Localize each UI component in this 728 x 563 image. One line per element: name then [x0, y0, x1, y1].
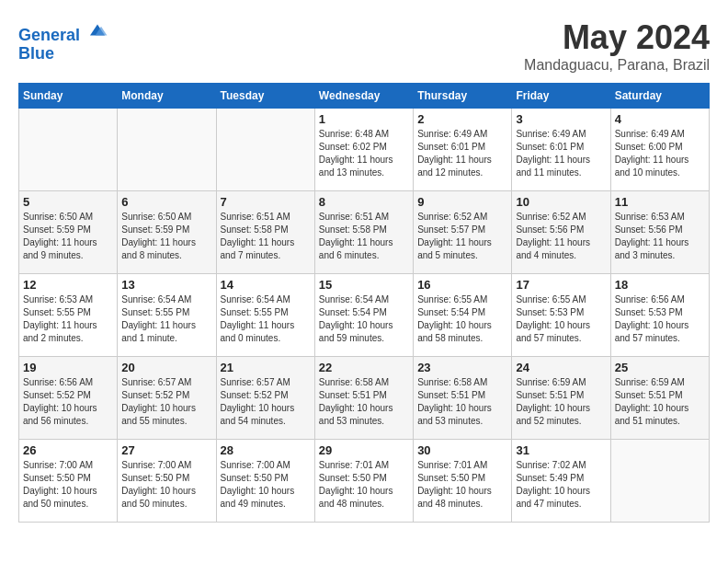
calendar-cell: 8Sunrise: 6:51 AMSunset: 5:58 PMDaylight…	[314, 191, 413, 274]
day-info: Sunrise: 6:54 AMSunset: 5:55 PMDaylight:…	[221, 293, 311, 345]
page-header: General Blue May 2024 Mandaguacu, Parana…	[18, 18, 710, 74]
day-info: Sunrise: 6:52 AMSunset: 5:56 PMDaylight:…	[516, 211, 606, 262]
week-row-1: 1Sunrise: 6:48 AMSunset: 6:02 PMDaylight…	[19, 109, 710, 191]
day-number: 26	[23, 443, 113, 457]
logo-blue: Blue	[18, 45, 108, 63]
day-info: Sunrise: 6:59 AMSunset: 5:51 PMDaylight:…	[615, 376, 705, 428]
day-number: 16	[417, 278, 507, 292]
day-number: 25	[615, 361, 705, 374]
day-info: Sunrise: 7:00 AMSunset: 5:50 PMDaylight:…	[121, 459, 211, 511]
day-number: 1	[319, 112, 409, 126]
weekday-tuesday: Tuesday	[216, 84, 314, 109]
calendar-cell: 13Sunrise: 6:54 AMSunset: 5:55 PMDayligh…	[118, 274, 216, 357]
day-number: 29	[319, 443, 409, 457]
day-info: Sunrise: 6:49 AMSunset: 6:01 PMDaylight:…	[417, 128, 507, 179]
weekday-saturday: Saturday	[610, 84, 709, 109]
calendar-cell: 21Sunrise: 6:57 AMSunset: 5:52 PMDayligh…	[216, 357, 314, 440]
calendar-cell: 28Sunrise: 7:00 AMSunset: 5:50 PMDayligh…	[216, 440, 314, 523]
logo-icon	[86, 18, 108, 40]
day-number: 28	[221, 443, 311, 457]
day-number: 22	[319, 361, 409, 374]
day-number: 31	[516, 443, 606, 457]
calendar-cell: 31Sunrise: 7:02 AMSunset: 5:49 PMDayligh…	[512, 440, 610, 523]
day-number: 9	[417, 195, 507, 209]
day-info: Sunrise: 7:01 AMSunset: 5:50 PMDaylight:…	[319, 459, 409, 511]
calendar-cell: 3Sunrise: 6:49 AMSunset: 6:01 PMDaylight…	[512, 109, 610, 191]
calendar-cell: 30Sunrise: 7:01 AMSunset: 5:50 PMDayligh…	[414, 440, 512, 523]
calendar-cell: 2Sunrise: 6:49 AMSunset: 6:01 PMDaylight…	[414, 109, 512, 191]
day-number: 30	[417, 443, 507, 457]
month-title: May 2024	[524, 18, 710, 57]
day-number: 18	[615, 278, 705, 292]
calendar-cell: 23Sunrise: 6:58 AMSunset: 5:51 PMDayligh…	[414, 357, 512, 440]
logo-text: General	[18, 18, 108, 45]
week-row-3: 12Sunrise: 6:53 AMSunset: 5:55 PMDayligh…	[19, 274, 710, 357]
calendar-cell: 27Sunrise: 7:00 AMSunset: 5:50 PMDayligh…	[118, 440, 216, 523]
day-number: 17	[516, 278, 606, 292]
day-info: Sunrise: 6:49 AMSunset: 6:00 PMDaylight:…	[615, 128, 705, 179]
day-info: Sunrise: 6:49 AMSunset: 6:01 PMDaylight:…	[516, 128, 606, 179]
day-number: 2	[417, 112, 507, 126]
calendar-cell: 9Sunrise: 6:52 AMSunset: 5:57 PMDaylight…	[414, 191, 512, 274]
day-info: Sunrise: 6:50 AMSunset: 5:59 PMDaylight:…	[121, 211, 211, 262]
day-info: Sunrise: 6:56 AMSunset: 5:53 PMDaylight:…	[615, 293, 705, 345]
calendar-cell: 6Sunrise: 6:50 AMSunset: 5:59 PMDaylight…	[118, 191, 216, 274]
day-number: 3	[516, 112, 606, 126]
day-info: Sunrise: 6:58 AMSunset: 5:51 PMDaylight:…	[319, 376, 409, 428]
calendar-body: 1Sunrise: 6:48 AMSunset: 6:02 PMDaylight…	[19, 109, 710, 523]
day-info: Sunrise: 6:51 AMSunset: 5:58 PMDaylight:…	[221, 211, 311, 262]
week-row-5: 26Sunrise: 7:00 AMSunset: 5:50 PMDayligh…	[19, 440, 710, 523]
weekday-row: SundayMondayTuesdayWednesdayThursdayFrid…	[19, 84, 710, 109]
day-number: 14	[221, 278, 311, 292]
weekday-wednesday: Wednesday	[314, 84, 413, 109]
day-info: Sunrise: 6:54 AMSunset: 5:54 PMDaylight:…	[319, 293, 409, 345]
day-info: Sunrise: 7:00 AMSunset: 5:50 PMDaylight:…	[23, 459, 113, 511]
day-info: Sunrise: 6:56 AMSunset: 5:52 PMDaylight:…	[23, 376, 113, 428]
weekday-friday: Friday	[512, 84, 610, 109]
day-number: 27	[121, 443, 211, 457]
week-row-2: 5Sunrise: 6:50 AMSunset: 5:59 PMDaylight…	[19, 191, 710, 274]
day-info: Sunrise: 6:55 AMSunset: 5:53 PMDaylight:…	[516, 293, 606, 345]
calendar-cell: 19Sunrise: 6:56 AMSunset: 5:52 PMDayligh…	[19, 357, 118, 440]
day-number: 13	[121, 278, 211, 292]
day-number: 5	[23, 195, 113, 209]
calendar-cell: 7Sunrise: 6:51 AMSunset: 5:58 PMDaylight…	[216, 191, 314, 274]
day-info: Sunrise: 6:52 AMSunset: 5:57 PMDaylight:…	[417, 211, 507, 262]
weekday-monday: Monday	[118, 84, 216, 109]
logo-general: General	[18, 26, 80, 44]
day-info: Sunrise: 7:02 AMSunset: 5:49 PMDaylight:…	[516, 459, 606, 511]
calendar-cell	[216, 109, 314, 191]
day-info: Sunrise: 6:54 AMSunset: 5:55 PMDaylight:…	[121, 293, 211, 345]
calendar-cell: 18Sunrise: 6:56 AMSunset: 5:53 PMDayligh…	[610, 274, 709, 357]
day-number: 4	[615, 112, 705, 126]
calendar-cell: 29Sunrise: 7:01 AMSunset: 5:50 PMDayligh…	[314, 440, 413, 523]
calendar-cell: 5Sunrise: 6:50 AMSunset: 5:59 PMDaylight…	[19, 191, 118, 274]
day-number: 24	[516, 361, 606, 374]
calendar-cell: 11Sunrise: 6:53 AMSunset: 5:56 PMDayligh…	[610, 191, 709, 274]
day-number: 12	[23, 278, 113, 292]
calendar-cell: 12Sunrise: 6:53 AMSunset: 5:55 PMDayligh…	[19, 274, 118, 357]
calendar-cell	[19, 109, 118, 191]
day-info: Sunrise: 6:55 AMSunset: 5:54 PMDaylight:…	[417, 293, 507, 345]
calendar-cell: 20Sunrise: 6:57 AMSunset: 5:52 PMDayligh…	[118, 357, 216, 440]
day-number: 20	[121, 361, 211, 374]
calendar-cell: 16Sunrise: 6:55 AMSunset: 5:54 PMDayligh…	[414, 274, 512, 357]
day-info: Sunrise: 6:58 AMSunset: 5:51 PMDaylight:…	[417, 376, 507, 428]
day-number: 19	[23, 361, 113, 374]
day-number: 6	[121, 195, 211, 209]
calendar-table: SundayMondayTuesdayWednesdayThursdayFrid…	[18, 83, 710, 523]
day-info: Sunrise: 6:57 AMSunset: 5:52 PMDaylight:…	[221, 376, 311, 428]
weekday-thursday: Thursday	[414, 84, 512, 109]
title-section: May 2024 Mandaguacu, Parana, Brazil	[524, 18, 710, 74]
day-number: 21	[221, 361, 311, 374]
calendar-cell: 26Sunrise: 7:00 AMSunset: 5:50 PMDayligh…	[19, 440, 118, 523]
calendar-cell	[118, 109, 216, 191]
calendar-cell: 22Sunrise: 6:58 AMSunset: 5:51 PMDayligh…	[314, 357, 413, 440]
calendar-cell: 17Sunrise: 6:55 AMSunset: 5:53 PMDayligh…	[512, 274, 610, 357]
day-number: 7	[221, 195, 311, 209]
calendar-cell	[610, 440, 709, 523]
day-number: 11	[615, 195, 705, 209]
day-number: 23	[417, 361, 507, 374]
day-info: Sunrise: 6:53 AMSunset: 5:56 PMDaylight:…	[615, 211, 705, 262]
day-info: Sunrise: 7:00 AMSunset: 5:50 PMDaylight:…	[221, 459, 311, 511]
